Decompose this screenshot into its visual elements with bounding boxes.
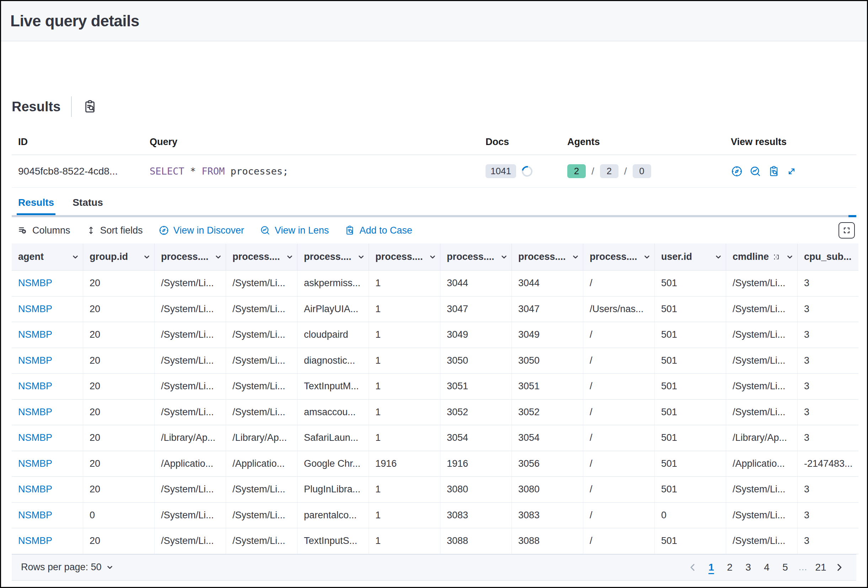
grid-cell[interactable]: /System/Li... [155, 503, 226, 528]
grid-cell[interactable]: /Applicatio... [155, 451, 226, 477]
grid-cell[interactable]: SafariLaun... [298, 425, 369, 451]
grid-cell[interactable]: 3050 [512, 348, 583, 374]
column-header-process....[interactable]: process.... [369, 244, 440, 270]
agent-link[interactable]: NSMBP [18, 535, 52, 547]
grid-cell[interactable]: AirPlayUIA... [298, 297, 369, 322]
grid-cell[interactable]: /Library/Ap... [155, 425, 226, 451]
grid-cell[interactable]: 501 [655, 322, 726, 348]
grid-cell[interactable]: / [583, 270, 655, 296]
grid-cell[interactable]: 1 [369, 400, 440, 425]
grid-cell[interactable]: /Applicatio... [726, 451, 798, 477]
grid-cell[interactable]: 3 [798, 374, 858, 399]
agent-link[interactable]: NSMBP [18, 432, 52, 443]
grid-cell[interactable]: 501 [655, 374, 726, 399]
grid-cell[interactable]: NSMBP [12, 270, 83, 296]
grid-cell[interactable]: / [583, 503, 655, 528]
view-in-lens-button[interactable]: View in Lens [260, 225, 329, 236]
grid-cell[interactable]: 20 [83, 322, 155, 348]
grid-cell[interactable]: 1916 [369, 451, 440, 477]
grid-cell[interactable]: PlugInLibra... [298, 477, 369, 502]
grid-cell[interactable]: /System/Li... [726, 528, 798, 554]
grid-cell[interactable]: Google Chr... [298, 451, 369, 477]
agent-link[interactable]: NSMBP [18, 407, 52, 418]
page-button-1[interactable]: 1 [703, 560, 719, 575]
grid-cell[interactable]: 3049 [512, 322, 583, 348]
grid-cell[interactable]: /System/Li... [155, 528, 226, 554]
grid-cell[interactable]: 3049 [440, 322, 512, 348]
add-to-case-icon-button[interactable] [768, 165, 780, 177]
grid-cell[interactable]: 501 [655, 270, 726, 296]
grid-cell[interactable]: 3052 [512, 400, 583, 425]
grid-cell[interactable]: 3 [798, 528, 858, 554]
grid-cell[interactable]: /System/Li... [226, 322, 298, 348]
grid-cell[interactable]: 3080 [512, 477, 583, 502]
grid-cell[interactable]: NSMBP [12, 528, 83, 554]
grid-cell[interactable]: NSMBP [12, 425, 83, 451]
grid-cell[interactable]: parentalco... [298, 503, 369, 528]
add-to-case-button[interactable]: Add to Case [344, 225, 412, 236]
grid-cell[interactable]: 3 [798, 477, 858, 502]
column-header-process....[interactable]: process.... [440, 244, 512, 270]
page-button-4[interactable]: 4 [759, 560, 775, 575]
agent-link[interactable]: NSMBP [18, 304, 52, 315]
grid-cell[interactable]: 20 [83, 451, 155, 477]
grid-cell[interactable]: /System/Li... [726, 400, 798, 425]
grid-cell[interactable]: NSMBP [12, 400, 83, 425]
grid-cell[interactable]: 1 [369, 322, 440, 348]
grid-cell[interactable]: cloudpaird [298, 322, 369, 348]
grid-cell[interactable]: /System/Li... [226, 270, 298, 296]
grid-cell[interactable]: /System/Li... [726, 477, 798, 502]
grid-cell[interactable]: /System/Li... [726, 297, 798, 322]
view-in-discover-icon-button[interactable] [731, 165, 743, 177]
grid-cell[interactable]: / [583, 425, 655, 451]
grid-cell[interactable]: 1 [369, 348, 440, 374]
grid-cell[interactable]: TextInputS... [298, 528, 369, 554]
grid-cell[interactable]: / [583, 348, 655, 374]
grid-cell[interactable]: 1916 [440, 451, 512, 477]
grid-cell[interactable]: /System/Li... [726, 374, 798, 399]
grid-cell[interactable]: 3050 [440, 348, 512, 374]
grid-cell[interactable]: 3054 [512, 425, 583, 451]
grid-cell[interactable]: 501 [655, 297, 726, 322]
column-header-process....[interactable]: process.... [298, 244, 369, 270]
grid-cell[interactable]: /System/Li... [226, 348, 298, 374]
grid-cell[interactable]: /Applicatio... [226, 451, 298, 477]
page-button-3[interactable]: 3 [740, 560, 756, 575]
grid-cell[interactable]: amsaccou... [298, 400, 369, 425]
grid-cell[interactable]: NSMBP [12, 374, 83, 399]
grid-cell[interactable]: /System/Li... [155, 477, 226, 502]
agent-link[interactable]: NSMBP [18, 484, 52, 495]
page-button-21[interactable]: 21 [813, 560, 828, 575]
grid-cell[interactable]: /System/Li... [226, 503, 298, 528]
grid-cell[interactable]: 3 [798, 400, 858, 425]
column-header-process....[interactable]: process.... [583, 244, 655, 270]
tab-status[interactable]: Status [71, 194, 105, 215]
grid-cell[interactable]: /System/Li... [726, 348, 798, 374]
column-header-user.id[interactable]: user.id [655, 244, 726, 270]
grid-cell[interactable]: NSMBP [12, 477, 83, 502]
grid-cell[interactable]: 20 [83, 374, 155, 399]
column-header-process....[interactable]: process.... [155, 244, 226, 270]
next-page-button[interactable] [831, 560, 847, 575]
grid-cell[interactable]: 20 [83, 297, 155, 322]
grid-cell[interactable]: 3052 [440, 400, 512, 425]
grid-cell[interactable]: 3 [798, 270, 858, 296]
tab-results[interactable]: Results [17, 194, 55, 215]
grid-cell[interactable]: 3 [798, 503, 858, 528]
grid-cell[interactable]: /Library/Ap... [726, 425, 798, 451]
grid-cell[interactable]: /System/Li... [155, 297, 226, 322]
grid-cell[interactable]: NSMBP [12, 451, 83, 477]
fullscreen-button[interactable] [838, 222, 855, 239]
grid-cell[interactable]: /System/Li... [155, 270, 226, 296]
grid-cell[interactable]: 3054 [440, 425, 512, 451]
grid-cell[interactable]: /Library/Ap... [226, 425, 298, 451]
grid-cell[interactable]: / [583, 322, 655, 348]
agent-link[interactable]: NSMBP [18, 381, 52, 392]
agent-link[interactable]: NSMBP [18, 458, 52, 469]
agent-link[interactable]: NSMBP [18, 278, 52, 289]
grid-cell[interactable]: 3083 [512, 503, 583, 528]
grid-cell[interactable]: 3047 [440, 297, 512, 322]
grid-cell[interactable]: 3 [798, 425, 858, 451]
grid-cell[interactable]: /System/Li... [226, 374, 298, 399]
grid-cell[interactable]: /Users/nas... [583, 297, 655, 322]
